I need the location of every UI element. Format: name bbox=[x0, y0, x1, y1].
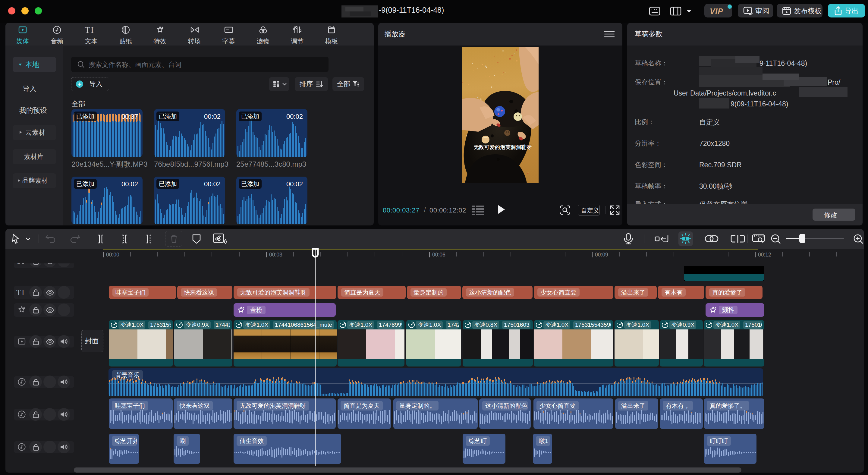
svg-text:00:09: 00:09 bbox=[595, 252, 608, 258]
svg-text:00:00: 00:00 bbox=[106, 252, 119, 258]
svg-text:00:06: 00:06 bbox=[432, 252, 445, 258]
svg-text:00:12: 00:12 bbox=[758, 252, 771, 258]
svg-text:00:03: 00:03 bbox=[269, 252, 282, 258]
